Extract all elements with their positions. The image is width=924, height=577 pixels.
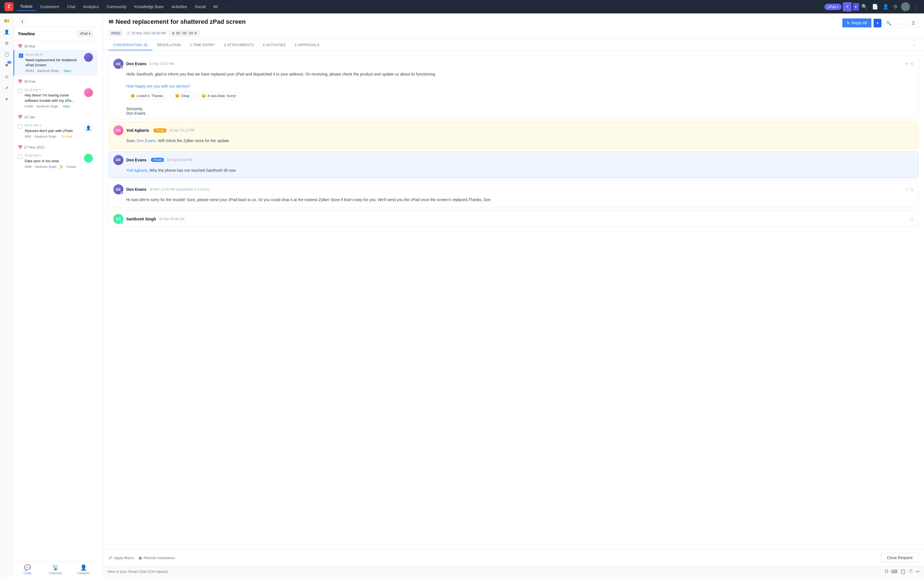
smart-chat-input[interactable] <box>108 569 882 574</box>
new-button[interactable]: + <box>843 2 851 11</box>
keyboard-icon[interactable]: ⌨ <box>891 569 897 574</box>
check-icon[interactable]: ✓ <box>905 187 909 192</box>
ticket-item-801[interactable]: 03:44 PM ⊙ Styluses don't pair with zPad… <box>13 121 97 141</box>
ticket-item-1580[interactable]: 12:25 PM ↻ Hey there! I'm having some so… <box>13 85 97 111</box>
nav-community[interactable]: Community <box>103 3 130 11</box>
expand-msg-icon-4[interactable]: ⬡ <box>910 187 914 192</box>
tab-approvals[interactable]: 2 APPROVALS <box>290 40 324 50</box>
bottom-nav-channels[interactable]: 📡 Channels <box>42 562 69 577</box>
ticket-item-689[interactable]: 04:59 PM ↻ Data sync is too slow #689 · … <box>13 151 97 171</box>
top-navigation: Z Tickets Customers Chat Analytics Commu… <box>0 0 924 13</box>
date-group-30mar: 📅 30 Mar ✓ 09:00 PM ✉ Need replacement f… <box>13 42 97 76</box>
ticket-sidebar-icon[interactable]: 🎫 <box>2 16 12 26</box>
nav-chat[interactable]: Chat <box>64 3 79 11</box>
settings-icon[interactable]: ⚙ <box>892 3 899 11</box>
tab-attachments[interactable]: 3 ATTACHMENTS <box>219 40 258 50</box>
msg-link-yod[interactable]: Yod Agbaria <box>126 168 147 172</box>
expand-msg-icon[interactable]: ⬡ <box>910 61 914 66</box>
nav-tickets[interactable]: Tickets <box>17 3 36 11</box>
ticket-avatar-placeholder-801: 👤 <box>84 124 93 132</box>
reply-all-dropdown-button[interactable]: ▾ <box>874 19 882 27</box>
msg-time-1: 03 Apr 10:10 AM <box>149 62 174 66</box>
user-avatar[interactable] <box>901 2 910 11</box>
nav-activities[interactable]: Activities <box>168 3 191 11</box>
chats-icon: 💬 <box>24 564 31 571</box>
workspace-badge[interactable]: zPad ▾ <box>824 4 842 10</box>
feedback-loved-button[interactable]: 😊 Loved it. Thanks <box>126 92 167 100</box>
msg-actions-1: ✏ ⬡ <box>905 61 914 66</box>
msg-body-3: Yod Agbaria, Why the phone has not reach… <box>109 167 918 178</box>
nav-customers[interactable]: Customers <box>37 3 63 11</box>
close-request-button[interactable]: Close Request <box>881 553 918 562</box>
ticket-avatar-9282 <box>84 53 93 62</box>
msg-body-1: Hello Santhosh, glad to inform you that … <box>109 71 918 82</box>
msg-actions-4: ✓ ⬡ <box>905 187 914 192</box>
reply-all-button[interactable]: ↻ Reply All <box>842 18 871 27</box>
flag-sidebar-icon[interactable]: ⚑ 2 <box>2 60 12 71</box>
contacts-sidebar-icon[interactable]: 👤 <box>2 27 12 37</box>
email-icon: ✉ <box>108 18 113 26</box>
ticket-checkbox-801[interactable] <box>18 124 23 129</box>
tab-resolution[interactable]: RESOLUTION <box>153 40 185 50</box>
smart-chat-toolbar: Ʊ ⌨ 📋 ⏱ ↩ <box>885 569 919 574</box>
feedback-okay-button[interactable]: 😐 Okay <box>171 92 194 100</box>
nav-more-icon[interactable]: ⋯ <box>225 5 228 9</box>
ticket-checkbox-1580[interactable] <box>18 89 23 93</box>
ticket-subject: Need replacement for shattered zPad scre… <box>116 18 246 26</box>
date-label-10jan: 📅 10 Jan <box>13 113 97 121</box>
bottom-nav-chats[interactable]: 💬 Chats <box>13 562 42 577</box>
ticket-item-9282[interactable]: ✓ 09:00 PM ✉ Need replacement for shatte… <box>13 50 97 76</box>
nav-social[interactable]: Social <box>191 3 209 11</box>
tabs-more-button[interactable]: − <box>911 40 918 50</box>
monitor-icon: ▣ <box>139 556 142 560</box>
online-indicator-ss <box>121 221 123 224</box>
workspace-filter-badge[interactable]: zPad ▾ <box>78 31 93 37</box>
nav-knowledge-base[interactable]: Knowledge Base <box>131 3 167 11</box>
new-dropdown-arrow[interactable]: ▾ <box>853 3 859 11</box>
date-label-30mar: 📅 30 Mar <box>13 42 97 50</box>
apply-macro-action[interactable]: ☍ Apply Macro <box>108 556 134 560</box>
nav-im[interactable]: IM <box>210 3 221 11</box>
note-icon[interactable]: 📋 <box>900 569 906 574</box>
compose-icon[interactable]: 📄 <box>871 3 879 11</box>
ticket-checkbox-689[interactable] <box>18 155 23 159</box>
history-sidebar-icon[interactable]: 🕐 <box>2 49 12 59</box>
feedback-buttons: 😊 Loved it. Thanks 😐 Okay 😞 It was Bad. … <box>126 92 914 100</box>
msg-body-2: Sure, Don Evans. Will check the Zylker s… <box>109 138 918 148</box>
remote-assistance-action[interactable]: ▣ Remote Assistance <box>139 556 174 560</box>
expand-msg-icon-5[interactable]: ⬡ <box>910 217 914 221</box>
settings-sidebar-icon[interactable]: ⚙ <box>2 38 12 48</box>
tab-activities[interactable]: 4 ACTIVITIES <box>258 40 290 50</box>
timeline-list: 📅 30 Mar ✓ 09:00 PM ✉ Need replacement f… <box>13 40 97 561</box>
agent-icon[interactable]: 👤 <box>882 3 890 11</box>
tab-time-entry[interactable]: 2 TIME ENTRY <box>185 40 220 50</box>
reply-icon[interactable]: ↩ <box>916 569 919 574</box>
nav-analytics[interactable]: Analytics <box>80 3 102 11</box>
timeline-title: Timeline <box>18 31 35 36</box>
app-logo[interactable]: Z <box>5 2 13 11</box>
grid-icon[interactable]: ⋮ <box>912 3 919 11</box>
date-label-20feb: 📅 20 Feb <box>13 78 97 85</box>
share-sidebar-icon[interactable]: ⇗ <box>2 83 12 93</box>
tab-conversation[interactable]: CONVERSATION 6 <box>108 40 153 50</box>
msg-link-don-evans[interactable]: Don Evans <box>137 139 156 143</box>
ticket-checkbox-9282[interactable]: ✓ <box>19 53 23 58</box>
timer-icon[interactable]: ⏱ <box>909 569 913 574</box>
edit-msg-icon[interactable]: ✏ <box>905 61 909 66</box>
msg-time-3: 02 Apr 02:00 PM <box>167 158 192 162</box>
msg-avatar-santhosh: SS <box>113 214 123 224</box>
sidebar-icon-panel: 🎫 👤 ⚙ 🕐 ⚑ 2 ⊙ ⇗ ✦ <box>0 13 13 577</box>
timer-badge[interactable]: ⏸ 00 : 00 : 03 ⟳ <box>169 30 199 36</box>
properties-panel-button[interactable]: ☰ <box>908 18 918 28</box>
search-in-ticket-button[interactable]: 🔍 <box>884 18 894 28</box>
bottom-nav-contacts[interactable]: 👤 Contacts <box>69 562 97 577</box>
collapse-button[interactable]: ❮ <box>19 18 26 24</box>
feedback-section: How happy are you with our service? 😊 Lo… <box>109 82 918 104</box>
satellite-sidebar-icon[interactable]: ✦ <box>2 94 12 104</box>
translate-icon[interactable]: Ʊ <box>885 569 888 574</box>
msg-avatar-yod: YA <box>113 125 123 135</box>
more-options-button[interactable]: … <box>896 18 906 28</box>
search-icon[interactable]: 🔍 <box>860 3 869 11</box>
clock-sidebar-icon[interactable]: ⊙ <box>2 72 12 82</box>
feedback-bad-button[interactable]: 😞 It was Bad. Sorry! <box>197 92 241 100</box>
